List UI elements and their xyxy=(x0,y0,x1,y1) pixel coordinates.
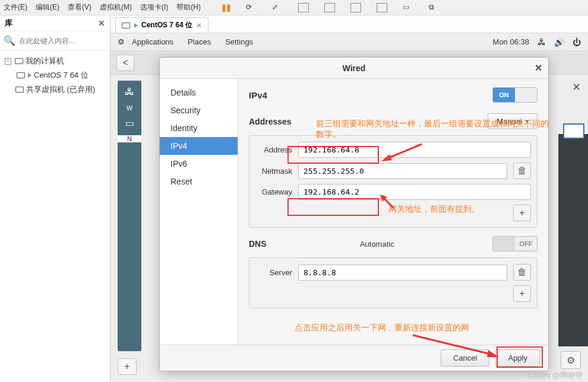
apply-button[interactable]: Apply xyxy=(495,349,540,367)
address-input[interactable] xyxy=(298,142,531,158)
clock[interactable]: Mon 06:38 xyxy=(493,37,529,46)
address-label: Address xyxy=(255,145,292,154)
network-category[interactable]: 🖧 W ▭ N xyxy=(118,81,141,351)
toolbar-icon[interactable] xyxy=(377,3,387,12)
toolbar-icon[interactable]: ▭ xyxy=(403,3,413,12)
menu-vm[interactable]: 虚拟机(M) xyxy=(100,2,132,12)
wired-icon: 🖧 xyxy=(122,87,137,98)
search-icon: 🔍 xyxy=(4,35,15,46)
vm-icon xyxy=(17,72,25,78)
close-icon[interactable]: ✕ xyxy=(98,18,105,28)
ipv4-toggle[interactable]: ON xyxy=(492,87,538,103)
tree-shared[interactable]: 共享虚拟机 (已弃用) xyxy=(2,82,108,97)
add-address-button[interactable]: + xyxy=(513,205,531,221)
menu-help[interactable]: 帮助(H) xyxy=(176,2,201,12)
tree-vm-item[interactable]: CentOS 7 64 位 xyxy=(2,68,108,82)
network-icon[interactable]: 🖧 xyxy=(538,37,546,47)
vm-tab[interactable]: CentOS 7 64 位 ✕ xyxy=(115,17,208,33)
close-icon[interactable]: ✕ xyxy=(196,21,202,30)
gnome-places[interactable]: Places xyxy=(188,37,211,46)
tree-root[interactable]: − 我的计算机 xyxy=(2,54,108,68)
dns-server-input[interactable] xyxy=(298,265,507,281)
gnome-settings[interactable]: Settings xyxy=(225,37,253,46)
close-icon[interactable]: ✕ xyxy=(572,81,581,94)
dialog-sidebar: Details Security Identity IPv4 IPv6 Rese… xyxy=(160,79,238,345)
sidebar-item-security[interactable]: Security xyxy=(160,101,238,119)
toolbar-icon[interactable]: ⧉ xyxy=(429,3,440,12)
server-label: Server xyxy=(255,268,292,277)
addresses-heading: Addresses xyxy=(249,117,292,126)
search-input[interactable] xyxy=(19,37,96,45)
computer-icon xyxy=(15,58,23,64)
net-icon: ▭ xyxy=(122,117,137,129)
close-icon[interactable]: ✕ xyxy=(535,62,542,74)
volume-icon[interactable]: 🔊 xyxy=(554,37,564,47)
gnome-applications[interactable]: Applications xyxy=(132,37,173,46)
dialog-footer: Cancel Apply xyxy=(160,345,548,371)
selection-box xyxy=(563,123,584,139)
watermark: CSDN @啊咿呀 xyxy=(528,370,583,381)
running-icon xyxy=(134,23,138,28)
vm-icon xyxy=(122,23,130,28)
host-menu-bar: 文件(E) 编辑(E) 查看(V) 虚拟机(M) 选项卡(I) 帮助(H) ❚❚… xyxy=(0,0,588,15)
vm-tab-bar: CentOS 7 64 位 ✕ xyxy=(110,15,588,33)
wired-dialog: Wired ✕ Details Security Identity IPv4 I… xyxy=(159,57,549,371)
dns-box: Server 🗑 + xyxy=(249,257,538,308)
toolbar-icon[interactable]: ⤢ xyxy=(272,3,283,12)
delete-dns-button[interactable]: 🗑 xyxy=(513,264,531,281)
toolbar-icon[interactable] xyxy=(324,3,335,12)
running-icon xyxy=(28,73,31,78)
ipv4-heading: IPv4 xyxy=(249,90,267,100)
dialog-content: IPv4 ON Addresses Manual Address Netmask xyxy=(238,79,548,345)
add-dns-button[interactable]: + xyxy=(513,285,531,302)
sidebar-item-identity[interactable]: Identity xyxy=(160,119,238,137)
netmask-input[interactable] xyxy=(298,163,507,179)
menu-tabs[interactable]: 选项卡(I) xyxy=(140,2,168,12)
right-dark-panel xyxy=(558,134,588,346)
toolbar-icon[interactable] xyxy=(298,3,309,12)
menu-view[interactable]: 查看(V) xyxy=(68,2,91,12)
library-sidebar: 库 ✕ 🔍 − 我的计算机 CentOS 7 64 位 共享虚拟机 (已弃用) xyxy=(0,15,110,382)
gateway-label: Gateway xyxy=(255,187,292,196)
vm-tree: − 我的计算机 CentOS 7 64 位 共享虚拟机 (已弃用) xyxy=(0,50,110,100)
gnome-top-bar: ⚙ Applications Places Settings Mon 06:38… xyxy=(110,33,588,51)
sidebar-item-ipv4[interactable]: IPv4 xyxy=(160,137,238,155)
settings-app-icon: ⚙ xyxy=(118,37,127,47)
dns-auto-label: Automatic xyxy=(360,240,394,249)
shared-icon xyxy=(15,87,24,93)
delete-address-button[interactable]: 🗑 xyxy=(513,163,531,179)
dns-auto-toggle[interactable]: OFF xyxy=(492,236,538,252)
netmask-label: Netmask xyxy=(255,167,292,176)
power-icon[interactable]: ⏻ xyxy=(573,37,581,47)
toolbar-icon[interactable]: ⟳ xyxy=(246,3,257,12)
gear-button[interactable]: ⚙ xyxy=(561,351,581,369)
menu-file[interactable]: 文件(E) xyxy=(4,2,27,12)
dns-heading: DNS xyxy=(249,239,267,249)
address-mode-dropdown[interactable]: Manual xyxy=(488,113,538,129)
addresses-box: Address Netmask 🗑 Gateway + xyxy=(249,135,538,228)
cancel-button[interactable]: Cancel xyxy=(441,349,489,367)
add-connection-button[interactable]: + xyxy=(118,358,137,375)
gateway-input[interactable] xyxy=(298,184,531,200)
toolbar-icon[interactable] xyxy=(350,3,361,12)
back-button[interactable]: < xyxy=(116,55,134,71)
dialog-titlebar: Wired ✕ xyxy=(160,58,548,79)
sidebar-item-ipv6[interactable]: IPv6 xyxy=(160,155,238,173)
sidebar-title: 库 xyxy=(5,18,12,28)
sidebar-item-reset[interactable]: Reset xyxy=(160,173,238,190)
sidebar-item-details[interactable]: Details xyxy=(160,84,238,101)
menu-edit[interactable]: 编辑(E) xyxy=(36,2,59,12)
pause-icon[interactable]: ❚❚ xyxy=(221,4,230,12)
